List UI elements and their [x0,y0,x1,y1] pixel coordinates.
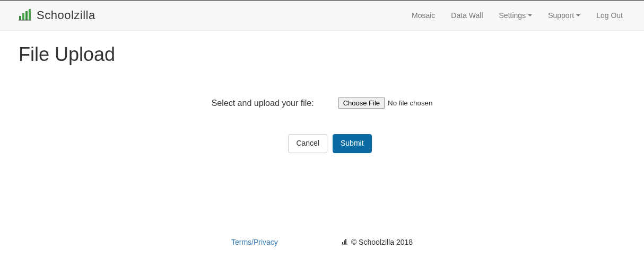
nav-settings[interactable]: Settings [499,11,533,20]
nav-links: Mosaic Data Wall Settings Support Log Ou… [412,11,633,20]
svg-rect-7 [345,239,346,244]
nav-settings-label: Settings [499,11,526,20]
footer: Terms/Privacy © Schoolzilla 2018 [0,227,644,257]
brand-name: Schoolzilla [37,8,95,22]
caret-down-icon [576,14,580,16]
upload-label: Select and upload your file: [212,99,314,108]
terms-link[interactable]: Terms [231,238,251,246]
submit-button[interactable]: Submit [333,134,372,153]
navbar: Schoolzilla Mosaic Data Wall Settings Su… [0,0,644,31]
upload-form: Select and upload your file: Choose File… [19,97,625,153]
choose-file-button[interactable]: Choose File [338,97,385,109]
file-input[interactable]: Choose File No file chosen [338,97,433,109]
logo-icon [19,8,33,23]
button-row: Cancel Submit [288,134,371,153]
main-container: File Upload Select and upload your file:… [0,31,644,153]
svg-rect-6 [344,241,345,244]
cancel-button[interactable]: Cancel [288,134,327,153]
svg-rect-1 [22,13,24,20]
svg-rect-2 [25,11,28,20]
footer-copyright: © Schoolzilla 2018 [342,238,413,246]
footer-links: Terms/Privacy [231,238,278,246]
svg-rect-5 [342,242,343,244]
bar-chart-icon [342,238,348,246]
page-title: File Upload [19,43,625,66]
file-status: No file chosen [388,99,432,107]
nav-support[interactable]: Support [548,11,580,20]
nav-datawall[interactable]: Data Wall [451,11,483,20]
privacy-link[interactable]: Privacy [254,238,278,246]
svg-rect-3 [29,9,31,20]
brand[interactable]: Schoolzilla [19,8,95,23]
svg-rect-0 [19,16,21,20]
nav-logout[interactable]: Log Out [596,11,623,20]
copyright-text: © Schoolzilla 2018 [351,238,413,246]
nav-support-label: Support [548,11,574,20]
caret-down-icon [528,14,532,16]
form-row: Select and upload your file: Choose File… [212,97,433,109]
nav-mosaic[interactable]: Mosaic [412,11,435,20]
